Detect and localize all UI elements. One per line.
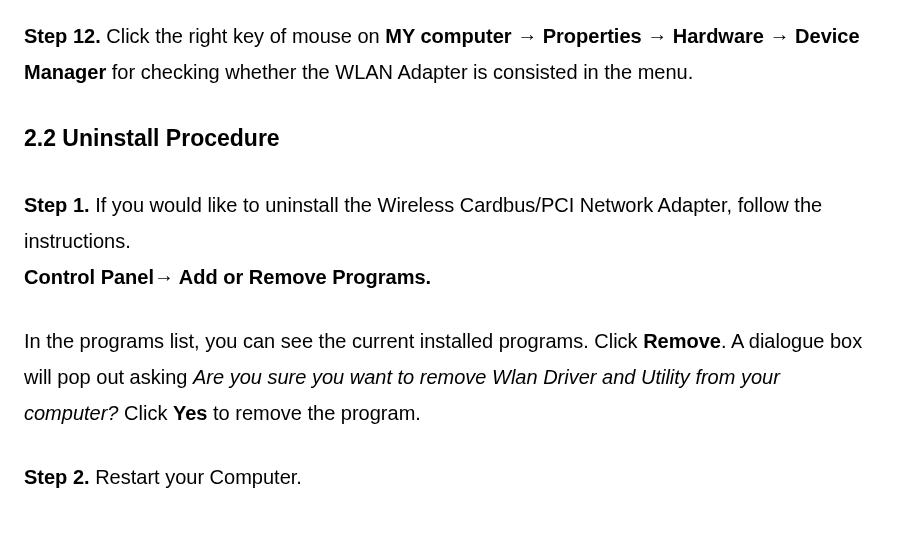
section-heading-2-2: 2.2 Uninstall Procedure — [24, 118, 875, 159]
step-12-text-before: Click the right key of mouse on — [101, 25, 386, 47]
remove-paragraph: In the programs list, you can see the cu… — [24, 323, 875, 431]
step-12: Step 12. Click the right key of mouse on… — [24, 18, 875, 90]
path-properties: Properties — [543, 25, 642, 47]
arrow-icon: → — [642, 25, 673, 47]
step-1-label: Step 1. — [24, 194, 90, 216]
arrow-icon: → — [512, 25, 543, 47]
step-2-label: Step 2. — [24, 466, 90, 488]
step-2-text: Restart your Computer. — [90, 466, 302, 488]
remove-before-text: In the programs list, you can see the cu… — [24, 330, 643, 352]
step-1-text: If you would like to uninstall the Wirel… — [24, 194, 822, 252]
step-12-label: Step 12. — [24, 25, 101, 47]
step-1: Step 1. If you would like to uninstall t… — [24, 187, 875, 259]
yes-label: Yes — [173, 402, 207, 424]
path-hardware: Hardware — [673, 25, 764, 47]
add-remove-programs-label: Add or Remove Programs. — [174, 266, 431, 288]
after-yes-text: to remove the program. — [207, 402, 420, 424]
step-12-text-after: for checking whether the WLAN Adapter is… — [106, 61, 693, 83]
spacer — [24, 295, 875, 323]
after-italic-text: Click — [119, 402, 173, 424]
arrow-icon: → — [154, 266, 174, 288]
control-panel-label: Control Panel — [24, 266, 154, 288]
arrow-icon: → — [764, 25, 795, 47]
step-2: Step 2. Restart your Computer. — [24, 459, 875, 495]
path-my-computer: MY computer — [385, 25, 511, 47]
control-panel-path: Control Panel→ Add or Remove Programs. — [24, 259, 875, 295]
spacer — [24, 431, 875, 459]
remove-label: Remove — [643, 330, 721, 352]
